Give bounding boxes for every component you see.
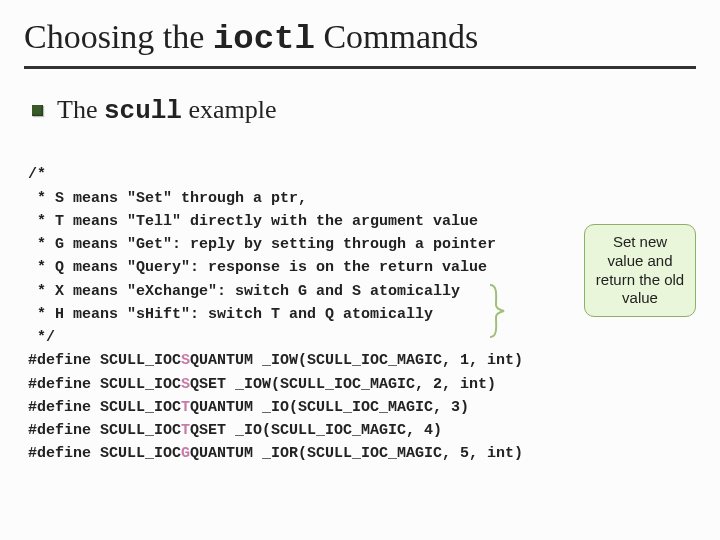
accent-letter: T: [181, 399, 190, 416]
code-line: #define SCULL_IOCSQSET _IOW(SCULL_IOC_MA…: [28, 376, 496, 393]
callout-text: Set new value and return the old value: [596, 233, 684, 306]
brace-icon: [488, 283, 506, 339]
code-line: * H means "sHift": switch T and Q atomic…: [28, 306, 433, 323]
subtitle-row: The scull example: [24, 95, 696, 126]
accent-letter: T: [181, 422, 190, 439]
code-line: /*: [28, 166, 46, 183]
square-bullet-icon: [32, 105, 43, 116]
title-mono: ioctl: [213, 20, 315, 58]
title-pre: Choosing the: [24, 18, 213, 55]
slide-subtitle: The scull example: [57, 95, 277, 126]
code-line: #define SCULL_IOCGQUANTUM _IOR(SCULL_IOC…: [28, 445, 523, 462]
title-post: Commands: [315, 18, 478, 55]
code-line: #define SCULL_IOCSQUANTUM _IOW(SCULL_IOC…: [28, 352, 523, 369]
code-line: * S means "Set" through a ptr,: [28, 190, 307, 207]
code-line: * G means "Get": reply by setting throug…: [28, 236, 496, 253]
accent-letter: G: [181, 445, 190, 462]
code-line: * T means "Tell" directly with the argum…: [28, 213, 478, 230]
slide-title: Choosing the ioctl Commands: [24, 18, 696, 58]
accent-letter: S: [181, 352, 190, 369]
code-line: * X means "eXchange": switch G and S ato…: [28, 283, 460, 300]
code-line: #define SCULL_IOCTQSET _IO(SCULL_IOC_MAG…: [28, 422, 442, 439]
title-wrap: Choosing the ioctl Commands: [24, 18, 696, 69]
subtitle-mono: scull: [104, 96, 182, 126]
callout-box: Set new value and return the old value: [584, 224, 696, 317]
code-line: */: [28, 329, 55, 346]
code-line: #define SCULL_IOCTQUANTUM _IO(SCULL_IOC_…: [28, 399, 469, 416]
accent-letter: S: [181, 376, 190, 393]
code-line: * Q means "Query": response is on the re…: [28, 259, 487, 276]
subtitle-pre: The: [57, 95, 104, 124]
subtitle-post: example: [182, 95, 277, 124]
